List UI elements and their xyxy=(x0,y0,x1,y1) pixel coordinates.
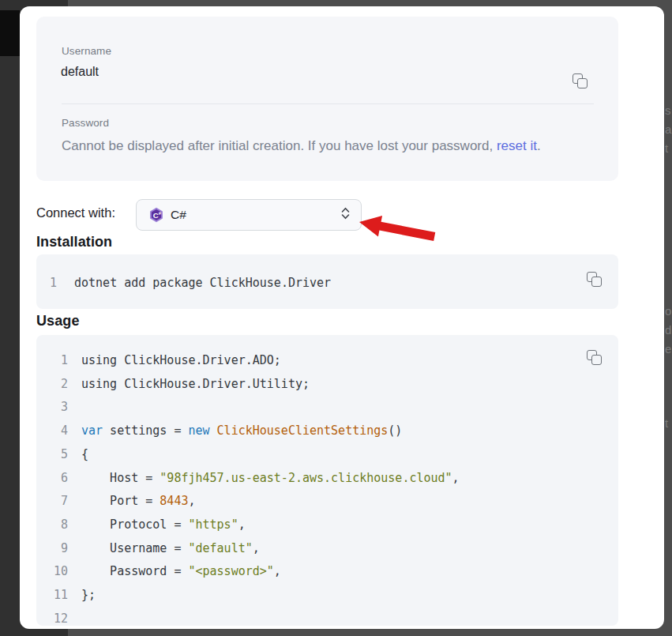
code-text: using ClickHouse.Driver.Utility; xyxy=(81,373,310,397)
connection-details-modal: Username default Password Cannot be disp… xyxy=(20,6,664,629)
line-number: 4 xyxy=(36,420,68,443)
line-number: 11 xyxy=(36,584,68,608)
line-number: 6 xyxy=(36,467,68,491)
code-text: Host = "98fjh457.us-east-2.aws.clickhous… xyxy=(81,467,460,491)
background-text-fragment: s xyxy=(665,103,671,118)
installation-code-block: 1dotnet add package ClickHouse.Driver xyxy=(36,254,618,309)
usage-code: 1using ClickHouse.Driver.ADO;2using Clic… xyxy=(36,335,618,629)
copy-icon xyxy=(573,73,588,88)
language-select[interactable]: C # C# xyxy=(136,199,362,231)
line-number: 8 xyxy=(36,514,68,537)
code-line: 3 xyxy=(36,396,618,420)
selected-language-label: C# xyxy=(171,208,186,222)
code-text: Protocol = "https", xyxy=(81,514,246,537)
code-text: { xyxy=(81,443,88,467)
code-line: 11}; xyxy=(36,584,618,608)
line-number: 7 xyxy=(36,490,68,514)
line-number: 1 xyxy=(36,349,68,373)
code-text: dotnet add package ClickHouse.Driver xyxy=(74,272,331,295)
code-line: 1using ClickHouse.Driver.ADO; xyxy=(36,349,618,373)
code-line: 10 Password = "<password>", xyxy=(36,560,618,584)
card-divider xyxy=(62,103,594,104)
connect-with-label: Connect with: xyxy=(36,205,115,220)
code-text: var settings = new ClickHouseClientSetti… xyxy=(81,420,402,443)
credentials-card: Username default Password Cannot be disp… xyxy=(36,17,618,181)
background-text-fragment: t xyxy=(665,141,668,156)
background-text-fragment: a xyxy=(665,122,671,137)
background-text-fragment: e xyxy=(665,342,671,356)
code-line: 2using ClickHouse.Driver.Utility; xyxy=(36,373,618,397)
code-line: 9 Username = "default", xyxy=(36,537,618,561)
line-number: 10 xyxy=(36,560,68,584)
line-number: 5 xyxy=(36,443,68,467)
password-help-after: . xyxy=(537,138,541,153)
password-help-before: Cannot be displayed after initial creati… xyxy=(62,138,497,153)
installation-heading: Installation xyxy=(36,234,112,250)
dimmed-background-block xyxy=(0,10,20,56)
code-text: Port = 8443, xyxy=(81,490,196,514)
background-text-fragment: o xyxy=(665,304,671,318)
line-number: 12 xyxy=(36,608,68,629)
line-number: 3 xyxy=(36,396,68,420)
code-line: 7 Port = 8443, xyxy=(36,490,618,514)
csharp-logo-icon: C # xyxy=(148,207,164,223)
line-number: 1 xyxy=(36,272,57,295)
username-label: Username xyxy=(62,45,111,57)
code-text: }; xyxy=(81,584,96,608)
copy-icon xyxy=(587,272,602,287)
username-value: default xyxy=(61,65,99,79)
code-line: 1dotnet add package ClickHouse.Driver xyxy=(36,272,618,295)
updown-chevron-icon xyxy=(340,206,351,224)
code-line: 6 Host = "98fjh457.us-east-2.aws.clickho… xyxy=(36,467,618,491)
usage-heading: Usage xyxy=(36,313,80,329)
background-text-fragment: d xyxy=(665,323,671,337)
screenshot-root: { "colors": { "overlay_dim": "#4d4d4d", … xyxy=(0,0,672,636)
password-label: Password xyxy=(62,117,109,129)
code-text: Username = "default", xyxy=(81,537,260,561)
copy-icon xyxy=(587,350,602,365)
line-number: 9 xyxy=(36,537,68,561)
copy-usage-code-button[interactable] xyxy=(587,350,602,365)
code-line: 5{ xyxy=(36,443,618,467)
copy-username-button[interactable] xyxy=(573,73,588,88)
code-text: Password = "<password>", xyxy=(81,560,281,584)
installation-code: 1dotnet add package ClickHouse.Driver xyxy=(36,254,618,295)
code-line: 4var settings = new ClickHouseClientSett… xyxy=(36,420,618,443)
code-text: using ClickHouse.Driver.ADO; xyxy=(81,349,281,373)
password-help-text: Cannot be displayed after initial creati… xyxy=(62,137,606,156)
copy-installation-code-button[interactable] xyxy=(587,272,602,287)
line-number: 2 xyxy=(36,373,68,397)
svg-text:C: C xyxy=(153,211,159,220)
reset-password-link[interactable]: reset it xyxy=(497,138,537,153)
dimmed-background-text-fragments: satodet xyxy=(665,0,672,636)
code-line: 12 xyxy=(36,608,618,629)
background-text-fragment: t xyxy=(665,416,668,431)
code-line: 8 Protocol = "https", xyxy=(36,514,618,537)
usage-code-block: 1using ClickHouse.Driver.ADO;2using Clic… xyxy=(36,335,618,626)
